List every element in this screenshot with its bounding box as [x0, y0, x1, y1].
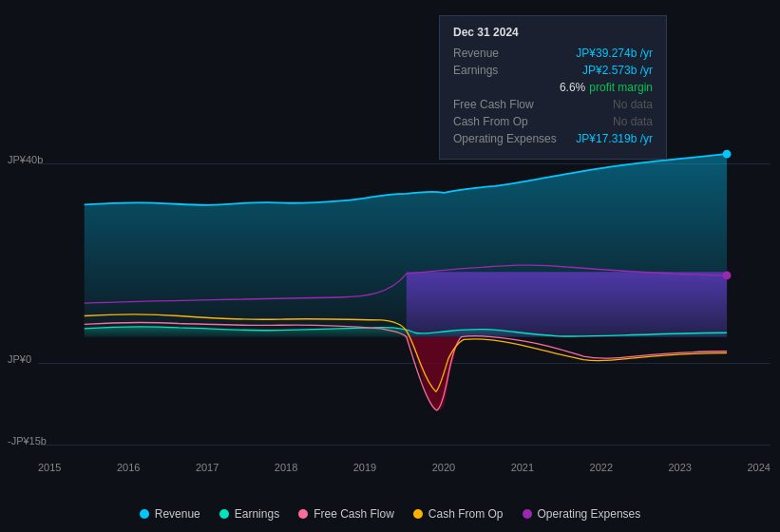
x-label-2018: 2018: [275, 462, 297, 473]
legend-item-earnings[interactable]: Earnings: [219, 507, 279, 521]
margin-label: profit margin: [589, 81, 653, 94]
tooltip-row-earnings: Earnings JP¥2.573b /yr: [453, 64, 653, 77]
tooltip-date: Dec 31 2024: [453, 26, 653, 39]
tooltip-row-opex: Operating Expenses JP¥17.319b /yr: [453, 132, 653, 145]
tooltip-label-opex: Operating Expenses: [453, 132, 557, 145]
legend-dot-opex: [523, 509, 532, 519]
x-label-2015: 2015: [38, 462, 61, 473]
x-label-2022: 2022: [590, 462, 613, 473]
x-axis-labels: 2015 2016 2017 2018 2019 2020 2021 2022 …: [38, 462, 770, 473]
legend-item-cashfromop[interactable]: Cash From Op: [413, 507, 504, 521]
legend-dot-cashfromop: [413, 509, 423, 519]
legend-dot-revenue: [140, 509, 149, 519]
tooltip-label-fcf: Free Cash Flow: [453, 98, 534, 111]
legend-label-fcf: Free Cash Flow: [314, 507, 394, 521]
opex-dot: [723, 271, 732, 279]
tooltip-row-fcf: Free Cash Flow No data: [453, 98, 653, 111]
x-label-2017: 2017: [196, 462, 219, 473]
x-label-2024: 2024: [747, 462, 770, 473]
legend-item-opex[interactable]: Operating Expenses: [523, 507, 641, 521]
tooltip-value-fcf: No data: [613, 98, 653, 111]
x-label-2020: 2020: [432, 462, 455, 473]
x-label-2021: 2021: [511, 462, 534, 473]
tooltip-value-opex: JP¥17.319b /yr: [576, 132, 653, 145]
legend-item-revenue[interactable]: Revenue: [140, 507, 200, 521]
chart-svg: [0, 147, 780, 484]
chart-legend: Revenue Earnings Free Cash Flow Cash Fro…: [0, 507, 780, 521]
tooltip-row-cashfromop: Cash From Op No data: [453, 115, 653, 128]
tooltip-margin-row: 6.6% profit margin: [453, 81, 653, 94]
legend-dot-fcf: [298, 509, 308, 519]
legend-label-earnings: Earnings: [235, 507, 279, 521]
legend-item-fcf[interactable]: Free Cash Flow: [298, 507, 394, 521]
x-label-2016: 2016: [117, 462, 140, 473]
tooltip-value-earnings: JP¥2.573b /yr: [582, 64, 653, 77]
tooltip-label-earnings: Earnings: [453, 64, 498, 77]
tooltip-value-cashfromop: No data: [613, 115, 653, 128]
revenue-dot: [723, 150, 732, 159]
legend-label-revenue: Revenue: [155, 507, 200, 521]
tooltip-label-revenue: Revenue: [453, 47, 499, 60]
tooltip-panel: Dec 31 2024 Revenue JP¥39.274b /yr Earni…: [439, 15, 667, 160]
opex-area-bg: [407, 272, 727, 336]
legend-label-opex: Operating Expenses: [538, 507, 641, 521]
tooltip-row-revenue: Revenue JP¥39.274b /yr: [453, 47, 653, 60]
legend-label-cashfromop: Cash From Op: [428, 507, 504, 521]
margin-pct: 6.6%: [560, 81, 585, 94]
x-label-2023: 2023: [669, 462, 692, 473]
x-label-2019: 2019: [353, 462, 376, 473]
tooltip-value-revenue: JP¥39.274b /yr: [576, 47, 653, 60]
tooltip-label-cashfromop: Cash From Op: [453, 115, 528, 128]
legend-dot-earnings: [219, 509, 229, 519]
